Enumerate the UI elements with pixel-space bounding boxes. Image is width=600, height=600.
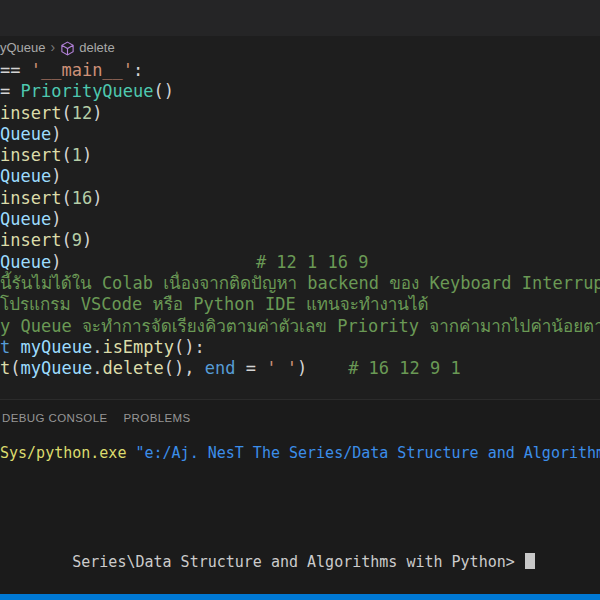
code-token: ( bbox=[61, 230, 71, 250]
code-line[interactable]: y Queue จะทำการจัดเรียงคิวตามค่าตัวเลข P… bbox=[0, 316, 600, 337]
code-token: ) bbox=[92, 188, 102, 208]
code-token: ) bbox=[51, 252, 61, 272]
code-token: ( bbox=[10, 358, 20, 378]
code-line[interactable]: นี้รันไม่ได้ใน Colab เนื่องจากติดปัญหา b… bbox=[0, 273, 600, 294]
code-token: Queue bbox=[0, 124, 51, 144]
code-token: PriorityQueue bbox=[20, 81, 153, 101]
code-line[interactable]: insert(9) bbox=[0, 230, 600, 251]
code-line[interactable]: == '__main__': bbox=[0, 60, 600, 81]
code-token: insert bbox=[0, 145, 61, 165]
code-token: myQueue bbox=[20, 337, 92, 357]
breadcrumb-item-symbol[interactable]: delete bbox=[79, 40, 114, 55]
code-line[interactable]: = PriorityQueue() bbox=[0, 81, 600, 102]
code-token: delete bbox=[102, 358, 163, 378]
terminal-command-segment: Sys/python.exe bbox=[0, 444, 135, 462]
code-line[interactable]: Queue) bbox=[0, 166, 600, 187]
code-token: ( bbox=[61, 103, 71, 123]
code-line[interactable]: โปรแกรม VSCode หรือ Python IDE แทนจะทำงา… bbox=[0, 294, 600, 315]
panel-tab-problems[interactable]: PROBLEMS bbox=[124, 412, 191, 424]
code-token: 16 bbox=[72, 188, 92, 208]
code-line[interactable]: insert(1) bbox=[0, 145, 600, 166]
code-token: ( bbox=[61, 145, 71, 165]
code-token: ) bbox=[92, 103, 102, 123]
code-token: 1 bbox=[72, 145, 82, 165]
terminal-prompt-text: Series\Data Structure and Algorithms wit… bbox=[72, 553, 524, 571]
terminal-command-line: Sys/python.exe "e:/Aj. NesT The Series/D… bbox=[0, 435, 600, 463]
code-token: # 16 12 9 1 bbox=[307, 358, 461, 378]
code-token: t bbox=[0, 337, 20, 357]
code-token: isEmpty bbox=[102, 337, 174, 357]
code-token: 12 bbox=[72, 103, 92, 123]
code-token: 9 bbox=[72, 230, 82, 250]
code-token: ) bbox=[51, 209, 61, 229]
code-token: insert bbox=[0, 230, 61, 250]
code-token: == bbox=[0, 60, 31, 80]
code-token: (), bbox=[164, 358, 205, 378]
code-token: Queue bbox=[0, 166, 51, 186]
code-token: . bbox=[92, 358, 102, 378]
code-token: ' ' bbox=[266, 358, 297, 378]
code-token: . bbox=[92, 337, 102, 357]
chevron-right-icon: › bbox=[51, 39, 56, 55]
code-line[interactable]: insert(16) bbox=[0, 188, 600, 209]
code-line[interactable]: Queue) bbox=[0, 124, 600, 145]
code-token: y Queue จะทำการจัดเรียงคิวตามค่าตัวเลข P… bbox=[0, 316, 600, 336]
code-token: t bbox=[0, 358, 10, 378]
code-token: ) bbox=[297, 358, 307, 378]
code-token: = bbox=[236, 358, 267, 378]
code-token: () bbox=[154, 81, 174, 101]
breadcrumb: yQueue › delete bbox=[0, 36, 600, 58]
bottom-panel: DEBUG CONSOLE PROBLEMS Sys/python.exe "e… bbox=[0, 399, 600, 594]
code-line[interactable]: insert(12) bbox=[0, 103, 600, 124]
symbol-method-icon bbox=[60, 41, 75, 56]
code-line[interactable]: Queue) # 12 1 16 9 bbox=[0, 252, 600, 273]
code-token: ( bbox=[61, 188, 71, 208]
terminal-prompt-line[interactable]: Series\Data Structure and Algorithms wit… bbox=[0, 532, 535, 592]
code-token: myQueue bbox=[21, 358, 93, 378]
terminal-cursor bbox=[525, 553, 535, 569]
editor-tab-strip bbox=[0, 0, 600, 36]
status-bar bbox=[0, 594, 600, 600]
panel-tab-bar: DEBUG CONSOLE PROBLEMS bbox=[0, 400, 600, 435]
code-token: insert bbox=[0, 188, 61, 208]
code-token: = bbox=[0, 81, 20, 101]
code-token: Queue bbox=[0, 252, 51, 272]
code-token: ) bbox=[51, 166, 61, 186]
code-token: end bbox=[205, 358, 236, 378]
code-token: insert bbox=[0, 103, 61, 123]
code-token: ) bbox=[82, 230, 92, 250]
code-token: Queue bbox=[0, 209, 51, 229]
code-line[interactable]: Queue) bbox=[0, 209, 600, 230]
code-token: # 12 1 16 9 bbox=[61, 252, 368, 272]
code-token: '__main__' bbox=[31, 60, 133, 80]
code-token: (): bbox=[174, 337, 205, 357]
breadcrumb-item-file[interactable]: yQueue bbox=[0, 40, 46, 55]
panel-tab-debug-console[interactable]: DEBUG CONSOLE bbox=[2, 412, 108, 424]
code-line[interactable]: t(myQueue.delete(), end = ' ') # 16 12 9… bbox=[0, 358, 600, 379]
code-line[interactable]: t myQueue.isEmpty(): bbox=[0, 337, 600, 358]
code-token: : bbox=[133, 60, 143, 80]
terminal[interactable]: Sys/python.exe "e:/Aj. NesT The Series/D… bbox=[0, 435, 600, 594]
code-token: นี้รันไม่ได้ใน Colab เนื่องจากติดปัญหา b… bbox=[0, 273, 600, 293]
code-token: โปรแกรม VSCode หรือ Python IDE แทนจะทำงา… bbox=[0, 294, 429, 314]
code-token: ) bbox=[51, 124, 61, 144]
vscode-window: yQueue › delete == '__main__':= Priority… bbox=[0, 0, 600, 600]
terminal-command-segment: "e:/Aj. NesT The Series/Data Structure a… bbox=[135, 444, 600, 462]
code-editor[interactable]: == '__main__':= PriorityQueue()insert(12… bbox=[0, 58, 600, 400]
code-token: ) bbox=[82, 145, 92, 165]
